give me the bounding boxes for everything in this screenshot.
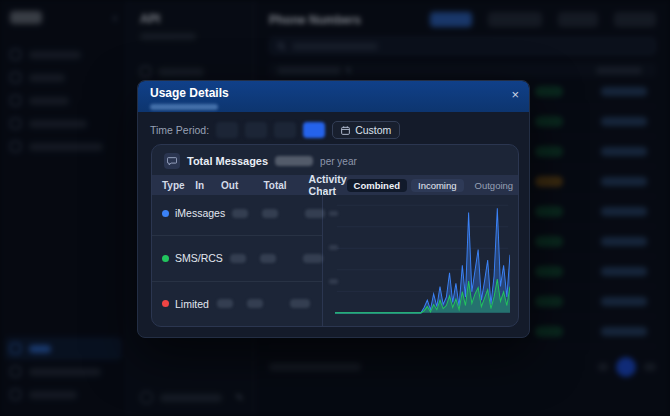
type-label: iMessages	[175, 207, 225, 219]
in-value-redacted	[217, 299, 233, 308]
modal-header: Usage Details ×	[138, 81, 529, 112]
type-row-imessages: iMessages	[152, 191, 322, 236]
calendar-icon	[341, 126, 350, 135]
column-header-in: In	[187, 180, 213, 191]
smsrcs-dot	[162, 255, 169, 262]
time-period-option-redacted[interactable]	[216, 122, 238, 138]
type-label: Limited	[175, 298, 209, 310]
chat-bubble-icon	[164, 153, 180, 169]
close-icon[interactable]: ×	[511, 88, 519, 101]
total-messages-card: Total Messages per year Type In Out Tota…	[151, 144, 519, 327]
total-messages-value-redacted	[275, 156, 313, 166]
custom-range-button[interactable]: Custom	[332, 121, 400, 139]
activity-chart-svg	[335, 197, 510, 318]
time-period-option-redacted[interactable]	[274, 122, 296, 138]
total-value-redacted	[290, 299, 310, 308]
column-header-total: Total	[247, 180, 287, 191]
screen: ‹ API	[0, 0, 670, 416]
message-type-table: iMessages SMS/RCS Limited	[152, 191, 322, 326]
activity-chart-panel	[323, 191, 518, 326]
time-period-option-redacted[interactable]	[245, 122, 267, 138]
y-axis-label-redacted	[329, 279, 338, 284]
chart-tabs: Combined Incoming Outgoing	[347, 179, 519, 192]
per-year-label: per year	[320, 156, 357, 167]
card-title: Total Messages	[187, 155, 268, 167]
in-value-redacted	[232, 209, 248, 218]
card-header: Total Messages per year	[152, 145, 518, 175]
total-value-redacted	[303, 254, 323, 263]
in-value-redacted	[230, 254, 246, 263]
custom-range-label: Custom	[355, 124, 391, 136]
chart-tab-combined[interactable]: Combined	[347, 179, 407, 192]
chart-tab-incoming[interactable]: Incoming	[411, 179, 464, 192]
out-value-redacted	[247, 299, 263, 308]
out-value-redacted	[262, 209, 278, 218]
y-axis-label-redacted	[329, 245, 338, 250]
time-period-option-selected-redacted[interactable]	[303, 122, 325, 138]
column-header-out: Out	[215, 180, 245, 191]
chart-tab-outgoing[interactable]: Outgoing	[468, 179, 519, 192]
limited-dot	[162, 300, 169, 307]
imessages-dot	[162, 210, 169, 217]
modal-title: Usage Details	[150, 86, 517, 100]
time-period-row: Time Period: Custom	[138, 112, 529, 139]
usage-details-modal: Usage Details × Time Period: Custom Tota…	[137, 80, 530, 338]
type-label: SMS/RCS	[175, 252, 223, 264]
modal-subtitle-redacted	[150, 104, 218, 110]
y-axis-label-redacted	[329, 211, 338, 216]
out-value-redacted	[260, 254, 276, 263]
card-body: iMessages SMS/RCS Limited	[152, 191, 518, 326]
type-row-limited: Limited	[152, 282, 322, 326]
time-period-label: Time Period:	[150, 124, 209, 136]
column-header-type: Type	[162, 180, 185, 191]
type-row-smsrcs: SMS/RCS	[152, 236, 322, 281]
